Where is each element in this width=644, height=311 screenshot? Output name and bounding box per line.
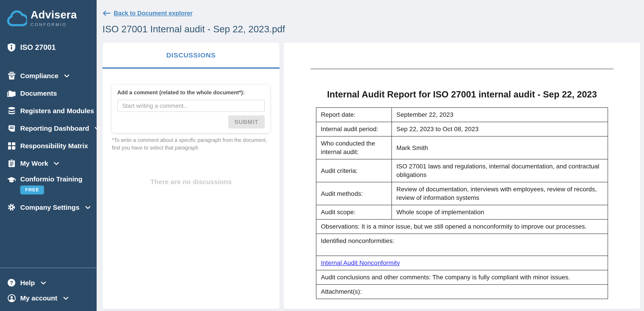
archive-box-icon — [7, 72, 16, 79]
conclusions-text: Audit conclusions and other comments: Th… — [316, 270, 608, 285]
arrow-left-icon — [102, 10, 110, 16]
user-circle-icon — [7, 294, 16, 302]
help-circle-icon: ? — [7, 279, 16, 287]
brand-subtitle: CONFORMIO — [30, 22, 77, 27]
chevron-down-icon — [63, 297, 68, 300]
table-row-conclusions: Audit conclusions and other comments: Th… — [316, 270, 608, 285]
observations-text: Observations: It is a minor issue, but w… — [316, 219, 608, 234]
sidebar-item-compliance[interactable]: Compliance — [0, 67, 96, 84]
report-field-label: Who conducted the internal audit: — [316, 136, 392, 159]
table-row-nonconformity-link: Internal Audit Nonconformity — [316, 256, 608, 270]
audit-report-table: Report date: September 22, 2023 Internal… — [316, 107, 608, 299]
document-title: Internal Audit Report for ISO 27001 inte… — [292, 89, 632, 100]
report-field-label: Audit criteria: — [316, 159, 392, 182]
sidebar-item-label: My Work — [20, 159, 48, 167]
sidebar-item-documents[interactable]: Documents — [0, 84, 96, 102]
add-comment-card: Add a comment (related to the whole docu… — [112, 85, 270, 133]
clipboard-icon — [7, 159, 16, 167]
main-content: Back to Document explorer ISO 27001 Inte… — [96, 0, 644, 311]
back-link-label: Back to Document explorer — [114, 10, 192, 17]
submit-comment-button[interactable]: SUBMIT — [228, 115, 265, 128]
cloud-logo-icon — [6, 10, 27, 27]
tab-active-indicator — [102, 67, 280, 69]
chevron-down-icon — [41, 282, 46, 285]
tab-discussions-label: DISCUSSIONS — [166, 51, 216, 59]
sidebar-item-label: Compliance — [20, 72, 58, 79]
sidebar: Advisera CONFORMIO ISO 27001 — [0, 0, 96, 311]
comment-footnote: *To write a comment about a specific par… — [112, 137, 270, 152]
table-row: Audit methods: Review of documentation, … — [316, 182, 608, 205]
advisera-logo[interactable]: Advisera CONFORMIO — [0, 0, 96, 30]
table-row: Audit scope: Whole scope of implementati… — [316, 205, 608, 219]
graduation-cap-icon — [7, 177, 16, 184]
table-row: Who conducted the internal audit: Mark S… — [316, 136, 608, 159]
comment-card-actions: SUBMIT — [117, 115, 265, 128]
sidebar-spacer — [0, 216, 96, 268]
attachments-label: Attachment(s): — [316, 285, 608, 299]
table-row: Audit criteria: ISO 27001 laws and regul… — [316, 159, 608, 182]
sidebar-item-label: Documents — [20, 89, 57, 97]
table-row: Report date: September 22, 2023 — [316, 108, 608, 122]
training-label-group: Conformio Training FREE — [20, 175, 82, 194]
comment-input[interactable] — [117, 100, 265, 112]
report-field-value: Mark Smith — [392, 136, 608, 159]
report-field-value: Review of documentation, interviews with… — [392, 182, 608, 205]
table-row-observations: Observations: It is a minor issue, but w… — [316, 219, 608, 234]
sidebar-item-company-settings[interactable]: Company Settings — [0, 198, 96, 216]
free-badge: FREE — [20, 186, 44, 194]
report-field-value: Whole scope of implementation — [392, 205, 608, 219]
sidebar-item-label: Responsibility Matrix — [20, 142, 88, 150]
back-to-document-explorer-link[interactable]: Back to Document explorer — [102, 10, 192, 17]
document-header-rule — [310, 69, 614, 69]
add-comment-label: Add a comment (related to the whole docu… — [117, 89, 265, 96]
sidebar-item-reporting-dashboard[interactable]: Reporting Dashboard — [0, 119, 96, 137]
sidebar-item-help[interactable]: ? Help — [0, 275, 96, 290]
identified-nonconformities-label: Identified nonconformities: — [316, 234, 608, 256]
gear-icon — [7, 203, 16, 211]
content-panels: DISCUSSIONS Add a comment (related to th… — [102, 43, 640, 309]
sidebar-item-responsibility-matrix[interactable]: Responsibility Matrix — [0, 137, 96, 154]
sidebar-item-label: Help — [20, 279, 35, 287]
document-viewer-panel: Internal Audit Report for ISO 27001 inte… — [284, 43, 640, 309]
sidebar-section-label: ISO 27001 — [20, 43, 56, 52]
tab-discussions[interactable]: DISCUSSIONS — [102, 43, 280, 67]
logo-text: Advisera CONFORMIO — [30, 9, 77, 27]
chevron-down-icon — [85, 206, 90, 209]
no-discussions-message: There are no discussions — [102, 178, 280, 186]
report-field-label: Audit methods: — [316, 182, 392, 205]
sidebar-bottom-menu: ? Help My account — [0, 268, 96, 311]
folder-icon — [7, 90, 16, 97]
sidebar-item-label: Registers and Modules — [20, 107, 94, 114]
sidebar-item-my-account[interactable]: My account — [0, 290, 96, 306]
app-root: Advisera CONFORMIO ISO 27001 — [0, 0, 644, 311]
sidebar-item-iso-27001[interactable]: ISO 27001 — [0, 43, 96, 52]
shield-info-icon — [7, 43, 16, 52]
sidebar-item-label: Reporting Dashboard — [20, 124, 89, 132]
sidebar-item-registers-and-modules[interactable]: Registers and Modules — [0, 102, 96, 119]
report-field-value: ISO 27001 laws and regulations, internal… — [392, 159, 608, 182]
sidebar-item-label: Conformio Training — [20, 175, 82, 183]
table-row-attachments: Attachment(s): — [316, 285, 608, 299]
discussions-panel: DISCUSSIONS Add a comment (related to th… — [102, 43, 280, 309]
sidebar-item-my-work[interactable]: My Work — [0, 154, 96, 172]
chevron-down-icon — [64, 74, 69, 78]
nonconformity-link-cell: Internal Audit Nonconformity — [316, 256, 608, 270]
report-field-label: Internal audit period: — [316, 122, 392, 136]
report-field-label: Report date: — [316, 108, 392, 122]
brand-name: Advisera — [30, 9, 77, 20]
chevron-down-icon — [54, 162, 59, 165]
report-field-value: Sep 22, 2023 to Oct 08, 2023 — [392, 122, 608, 136]
sidebar-item-label: Company Settings — [20, 203, 79, 211]
grid-icon — [7, 142, 16, 149]
report-field-label: Audit scope: — [316, 205, 392, 219]
report-icon — [7, 125, 16, 132]
page-title: ISO 27001 Internal audit - Sep 22, 2023.… — [102, 24, 644, 34]
database-icon — [7, 107, 16, 114]
table-row: Internal audit period: Sep 22, 2023 to O… — [316, 122, 608, 136]
table-row-identified-nonconformities: Identified nonconformities: — [316, 234, 608, 256]
sidebar-item-conformio-training[interactable]: Conformio Training FREE — [0, 172, 96, 198]
sidebar-item-label: My account — [20, 294, 57, 302]
internal-audit-nonconformity-link[interactable]: Internal Audit Nonconformity — [321, 259, 400, 266]
report-field-value: September 22, 2023 — [392, 108, 608, 122]
sidebar-menu: Compliance Documents — [0, 67, 96, 216]
